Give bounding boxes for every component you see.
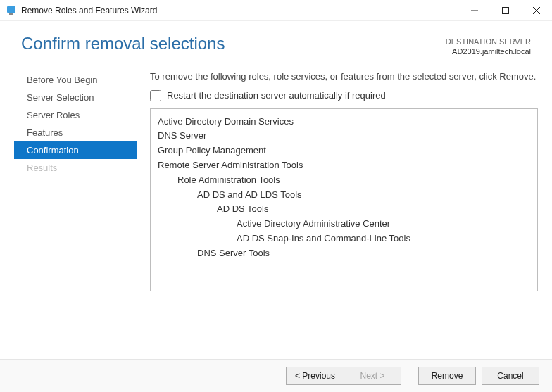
step-before-you-begin[interactable]: Before You Begin — [14, 71, 137, 89]
window-title: Remove Roles and Features Wizard — [21, 6, 459, 15]
destination-label: DESTINATION SERVER — [446, 37, 531, 46]
wizard-window: Remove Roles and Features Wizard Confirm… — [0, 0, 552, 392]
titlebar: Remove Roles and Features Wizard — [0, 0, 552, 21]
page-heading: Confirm removal selections — [21, 34, 446, 53]
list-item: AD DS Tools — [158, 202, 530, 217]
list-item: Active Directory Domain Services — [158, 115, 530, 129]
maximize-button[interactable] — [490, 0, 521, 21]
minimize-button[interactable] — [459, 0, 490, 21]
close-button[interactable] — [521, 0, 552, 21]
list-item: Group Policy Management — [158, 144, 530, 158]
step-server-selection[interactable]: Server Selection — [14, 89, 137, 106]
main-panel: To remove the following roles, role serv… — [137, 71, 538, 359]
step-confirmation[interactable]: Confirmation — [14, 141, 137, 159]
restart-checkbox-label: Restart the destination server automatic… — [167, 90, 386, 101]
svg-rect-3 — [503, 7, 509, 13]
remove-button[interactable]: Remove — [418, 367, 476, 385]
list-item: DNS Server Tools — [158, 246, 530, 261]
removal-list[interactable]: Active Directory Domain ServicesDNS Serv… — [150, 108, 538, 291]
instruction-text: To remove the following roles, role serv… — [150, 71, 538, 82]
destination-block: DESTINATION SERVER AD2019.jamiltech.loca… — [446, 34, 531, 57]
step-server-roles[interactable]: Server Roles — [14, 106, 137, 124]
svg-rect-1 — [9, 13, 13, 15]
list-item: DNS Server — [158, 129, 530, 144]
list-item: Active Directory Administrative Center — [158, 217, 530, 232]
restart-checkbox[interactable] — [150, 90, 161, 101]
next-button[interactable]: Next > — [344, 367, 401, 385]
previous-button[interactable]: < Previous — [286, 367, 344, 385]
list-item: AD DS and AD LDS Tools — [158, 188, 530, 203]
restart-checkbox-row[interactable]: Restart the destination server automatic… — [150, 90, 538, 101]
wizard-footer: < Previous Next > Remove Cancel — [0, 359, 552, 392]
cancel-button[interactable]: Cancel — [482, 367, 539, 385]
step-results: Results — [14, 159, 137, 177]
wizard-steps: Before You BeginServer SelectionServer R… — [14, 71, 137, 359]
list-item: AD DS Snap-Ins and Command-Line Tools — [158, 232, 530, 246]
svg-rect-0 — [7, 6, 15, 13]
list-item: Role Administration Tools — [158, 173, 530, 188]
wizard-header: Confirm removal selections DESTINATION S… — [0, 21, 552, 57]
list-item: Remote Server Administration Tools — [158, 158, 530, 173]
step-features[interactable]: Features — [14, 124, 137, 141]
server-manager-icon — [6, 5, 17, 16]
destination-server: AD2019.jamiltech.local — [446, 46, 531, 56]
